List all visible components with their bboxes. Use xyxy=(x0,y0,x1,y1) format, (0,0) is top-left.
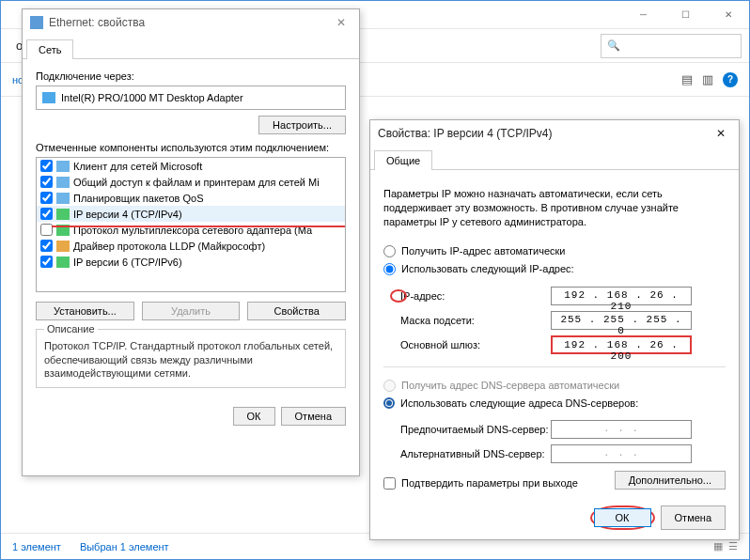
tab-network[interactable]: Сеть xyxy=(26,39,73,59)
list-item[interactable]: Драйвер протокола LLDP (Майкрософт) xyxy=(37,238,345,254)
radio-label: Получить IP-адрес автоматически xyxy=(401,245,565,257)
network-adapter-icon xyxy=(42,92,55,103)
ipv4-properties-dialog: Свойства: IP версии 4 (TCP/IPv4) ✕ Общие… xyxy=(369,119,740,540)
radio-label: Получить адрес DNS-сервера автоматически xyxy=(401,380,619,391)
view-mode-icon-2[interactable]: ☰ xyxy=(728,540,738,552)
configure-button[interactable]: Настроить... xyxy=(258,116,346,134)
description-title: Описание xyxy=(44,322,98,335)
list-item[interactable]: Общий доступ к файлам и принтерам для се… xyxy=(37,174,345,190)
list-item[interactable]: IP версии 6 (TCP/IPv6) xyxy=(37,254,345,270)
ok-button[interactable]: ОК xyxy=(233,407,275,426)
component-list[interactable]: Клиент для сетей Microsoft Общий доступ … xyxy=(36,157,346,292)
info-text: Параметры IP можно назначать автоматичес… xyxy=(383,187,726,229)
list-item[interactable]: Протокол мультиплексора сетевого адаптер… xyxy=(37,222,345,238)
annotation-circle: ОК xyxy=(590,506,655,530)
alternate-dns-field[interactable]: . . . xyxy=(551,444,692,463)
radio-input[interactable] xyxy=(383,245,396,257)
subnet-mask-label: Маска подсети: xyxy=(400,315,551,326)
adapter-field: Intel(R) PRO/1000 MT Desktop Adapter xyxy=(36,86,346,110)
alternate-dns-label: Альтернативный DNS-сервер: xyxy=(400,448,551,459)
search-icon: 🔍 xyxy=(607,39,620,52)
radio-manual-ip[interactable]: Использовать следующий IP-адрес: xyxy=(383,260,726,278)
description-text: Протокол TCP/IP. Стандартный протокол гл… xyxy=(44,340,333,379)
checkbox[interactable] xyxy=(40,240,53,252)
driver-icon xyxy=(56,241,70,252)
tabstrip: Сеть xyxy=(23,39,359,59)
ip-address-label: IP-адрес: xyxy=(400,290,551,302)
checkbox[interactable] xyxy=(40,192,53,204)
cancel-button[interactable]: Отмена xyxy=(661,506,726,530)
preferred-dns-label: Предпочитаемый DNS-сервер: xyxy=(400,424,551,435)
service-icon xyxy=(56,193,70,204)
validate-checkbox[interactable] xyxy=(383,477,396,490)
validate-label: Подтвердить параметры при выходе xyxy=(401,477,578,489)
gateway-field[interactable]: 192 . 168 . 26 . 200 xyxy=(551,335,692,354)
minimize-button[interactable]: ─ xyxy=(622,1,664,29)
ip-address-field[interactable]: 192 . 168 . 26 . 210 xyxy=(551,287,692,305)
list-item-ipv4[interactable]: IP версии 4 (TCP/IPv4) xyxy=(37,206,345,222)
protocol-icon xyxy=(56,209,70,220)
tab-general[interactable]: Общие xyxy=(374,150,432,170)
radio-label: Использовать следующие адреса DNS-сервер… xyxy=(400,397,638,409)
selection-count: Выбран 1 элемент xyxy=(80,541,169,552)
components-label: Отмеченные компоненты используются этим … xyxy=(36,142,346,153)
close-icon[interactable]: ✕ xyxy=(331,14,352,31)
annotation-underline xyxy=(52,226,346,227)
adapter-icon xyxy=(30,16,43,29)
dialog-title: Ethernet: свойства xyxy=(49,16,331,29)
radio-manual-dns[interactable]: Использовать следующие адреса DNS-сервер… xyxy=(383,395,726,412)
view-details-icon[interactable]: ▥ xyxy=(702,72,713,86)
ok-button[interactable]: ОК xyxy=(594,508,651,527)
properties-button[interactable]: Свойства xyxy=(247,302,346,320)
radio-input xyxy=(383,380,396,392)
checkbox[interactable] xyxy=(40,160,53,172)
item-label: Клиент для сетей Microsoft xyxy=(73,161,202,172)
maximize-button[interactable]: ☐ xyxy=(664,1,707,29)
subnet-mask-field[interactable]: 255 . 255 . 255 . 0 xyxy=(551,311,692,330)
radio-input[interactable] xyxy=(383,263,396,275)
preferred-dns-field[interactable]: . . . xyxy=(551,420,692,439)
radio-auto-dns: Получить адрес DNS-сервера автоматически xyxy=(383,377,726,395)
description-box: Описание Протокол TCP/IP. Стандартный пр… xyxy=(36,322,346,388)
separator xyxy=(383,366,726,367)
item-label: Общий доступ к файлам и принтерам для се… xyxy=(73,177,320,188)
radio-label: Использовать следующий IP-адрес: xyxy=(401,263,574,274)
adapter-name: Intel(R) PRO/1000 MT Desktop Adapter xyxy=(61,92,243,103)
view-mode-icon-1[interactable]: ▦ xyxy=(713,540,723,552)
item-label: IP версии 6 (TCP/IPv6) xyxy=(73,257,182,268)
tabstrip: Общие xyxy=(370,150,739,170)
dialog-titlebar[interactable]: Ethernet: свойства ✕ xyxy=(23,9,359,36)
gateway-label: Основной шлюз: xyxy=(400,339,551,350)
install-button[interactable]: Установить... xyxy=(36,302,134,320)
view-tiles-icon[interactable]: ▤ xyxy=(681,72,693,86)
protocol-icon xyxy=(56,257,70,268)
item-label: Планировщик пакетов QoS xyxy=(73,193,204,204)
checkbox[interactable] xyxy=(40,176,53,188)
service-icon xyxy=(56,177,70,188)
close-button[interactable]: ✕ xyxy=(707,1,749,29)
connect-via-label: Подключение через: xyxy=(36,70,346,82)
cancel-button[interactable]: Отмена xyxy=(281,407,346,426)
advanced-button[interactable]: Дополнительно... xyxy=(615,471,726,490)
service-icon xyxy=(56,161,70,172)
radio-input[interactable] xyxy=(383,397,395,409)
uninstall-button: Удалить xyxy=(142,302,241,320)
checkbox[interactable] xyxy=(40,256,53,268)
item-label: Драйвер протокола LLDP (Майкрософт) xyxy=(73,241,265,252)
dialog-title: Свойства: IP версии 4 (TCP/IPv4) xyxy=(378,127,711,140)
list-item[interactable]: Планировщик пакетов QoS xyxy=(37,190,345,206)
item-label: IP версии 4 (TCP/IPv4) xyxy=(73,209,182,220)
list-item[interactable]: Клиент для сетей Microsoft xyxy=(37,158,345,174)
help-icon[interactable]: ? xyxy=(723,72,738,87)
radio-auto-ip[interactable]: Получить IP-адрес автоматически xyxy=(383,242,726,260)
dialog-titlebar[interactable]: Свойства: IP версии 4 (TCP/IPv4) ✕ xyxy=(370,120,739,147)
item-count: 1 элемент xyxy=(12,541,61,552)
close-icon[interactable]: ✕ xyxy=(711,125,731,142)
ethernet-properties-dialog: Ethernet: свойства ✕ Сеть Подключение че… xyxy=(22,8,360,476)
search-input[interactable]: 🔍 xyxy=(601,34,742,58)
checkbox[interactable] xyxy=(40,208,53,220)
